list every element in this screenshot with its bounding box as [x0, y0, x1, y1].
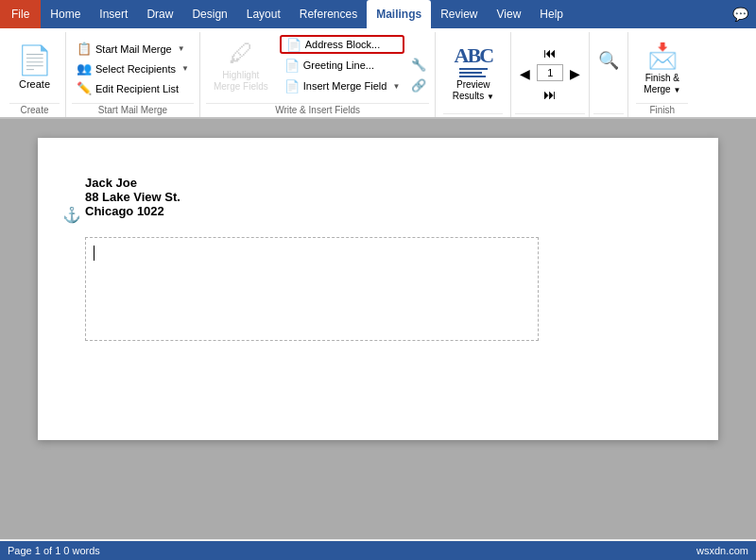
status-bar: Page 1 of 1 0 words wsxdn.com — [0, 541, 756, 560]
finish-merge-icon: 📩 — [647, 42, 678, 71]
record-number[interactable]: 1 — [537, 64, 563, 81]
tab-view[interactable]: View — [488, 0, 531, 28]
start-mail-merge-icon: 📋 — [77, 42, 92, 56]
comment-icon[interactable]: 💬 — [725, 0, 756, 28]
prev-record-button[interactable]: ◀ — [515, 64, 535, 83]
address-block-button[interactable]: 📄 Address Block... — [280, 35, 405, 54]
highlight-merge-fields-button[interactable]: 🖊 HighlightMerge Fields — [206, 36, 276, 94]
tab-draw[interactable]: Draw — [137, 0, 182, 28]
tab-design[interactable]: Design — [182, 0, 236, 28]
status-right: wsxdn.com — [696, 545, 748, 556]
document-area: ⚓ Jack Joe 88 Lake View St. Chicago 1022 — [0, 119, 756, 539]
insert-merge-chevron: ▼ — [392, 82, 400, 91]
select-recipients-icon: 👥 — [77, 61, 92, 76]
insert-merge-field-button[interactable]: 📄 Insert Merge Field ▼ — [280, 76, 405, 95]
group-write-insert-label: Write & Insert Fields — [206, 103, 429, 117]
address-city: Chicago 1022 — [85, 204, 671, 218]
next-record-button[interactable]: ▶ — [565, 64, 585, 83]
ribbon-tabs-bar: File Home Insert Draw Design Layout Refe… — [0, 0, 756, 28]
status-left: Page 1 of 1 0 words — [8, 545, 100, 556]
edit-recipient-list-button[interactable]: ✏️ Edit Recipient List — [72, 79, 194, 98]
anchor-icon: ⚓ — [62, 206, 81, 224]
greeting-text-box[interactable] — [85, 237, 539, 341]
group-find: 🔍 — [590, 32, 628, 117]
highlight-icon: 🖊 — [229, 39, 253, 68]
finish-merge-label: Finish &Merge ▼ — [644, 73, 680, 95]
tab-review[interactable]: Review — [431, 0, 487, 28]
select-recipients-button[interactable]: 👥 Select Recipients ▼ — [72, 59, 194, 78]
address-block-label: Address Block... — [305, 39, 380, 50]
rules-icon: 🔧 — [411, 58, 426, 72]
group-preview-label — [443, 113, 503, 117]
document-page: ⚓ Jack Joe 88 Lake View St. Chicago 1022 — [38, 138, 718, 440]
finish-merge-button[interactable]: 📩 Finish &Merge ▼ — [636, 40, 688, 98]
first-record-button[interactable]: ⏮ — [539, 43, 561, 62]
address-block-content: ⚓ Jack Joe 88 Lake View St. Chicago 1022 — [85, 176, 671, 218]
start-mail-merge-button[interactable]: 📋 Start Mail Merge ▼ — [72, 40, 194, 59]
tab-references[interactable]: References — [290, 0, 367, 28]
preview-results-icon: ABC — [455, 45, 492, 66]
greeting-line-button[interactable]: 📄 Greeting Line... — [280, 56, 405, 75]
ribbon-body: 📄 Create Create 📋 Start Mail Merge ▼ 👥 S… — [0, 28, 756, 119]
start-mail-merge-label: Start Mail Merge — [95, 43, 172, 55]
insert-merge-field-icon: 📄 — [284, 79, 300, 93]
tab-help[interactable]: Help — [530, 0, 573, 28]
group-create: 📄 Create Create — [4, 32, 66, 117]
match-fields-icon: 🔗 — [411, 78, 426, 93]
address-block-icon: 📄 — [286, 38, 301, 52]
tab-insert[interactable]: Insert — [90, 0, 137, 28]
tab-layout[interactable]: Layout — [237, 0, 290, 28]
highlight-label: HighlightMerge Fields — [214, 70, 268, 93]
edit-recipient-label: Edit Recipient List — [95, 83, 179, 94]
find-recipient-button[interactable]: 🔍 — [593, 47, 624, 96]
insert-merge-field-label: Insert Merge Field — [303, 80, 387, 92]
address-name: Jack Joe — [85, 176, 671, 190]
tab-home[interactable]: Home — [41, 0, 90, 28]
create-label: Create — [19, 78, 50, 90]
group-navigation: ⏮ ◀ 1 ▶ ⏭ — [511, 32, 590, 117]
address-street: 88 Lake View St. — [85, 190, 671, 204]
tab-file[interactable]: File — [0, 0, 41, 28]
greeting-line-label: Greeting Line... — [303, 59, 374, 71]
create-button[interactable]: 📄 Create — [9, 38, 60, 96]
greeting-line-icon: 📄 — [284, 59, 300, 73]
match-fields-button[interactable]: 🔗 — [408, 76, 429, 94]
group-create-label: Create — [9, 103, 60, 117]
group-start-mail-merge-label: Start Mail Merge — [72, 103, 194, 117]
group-start-mail-merge: 📋 Start Mail Merge ▼ 👥 Select Recipients… — [66, 32, 200, 117]
start-mail-merge-chevron: ▼ — [178, 44, 185, 53]
last-record-button[interactable]: ⏭ — [539, 85, 561, 104]
text-cursor — [94, 246, 94, 261]
group-finish: 📩 Finish &Merge ▼ Finish — [628, 32, 696, 117]
group-finish-label: Finish — [636, 103, 688, 117]
select-recipients-chevron: ▼ — [181, 64, 189, 73]
select-recipients-label: Select Recipients — [95, 63, 176, 75]
edit-recipient-icon: ✏️ — [77, 81, 92, 95]
group-preview-results: ABC PreviewResults ▼ — [436, 32, 511, 117]
preview-results-label: PreviewResults ▼ — [453, 79, 494, 102]
group-write-insert: 🖊 HighlightMerge Fields 📄 Address Block.… — [200, 32, 436, 117]
rules-button[interactable]: 🔧 — [408, 55, 429, 74]
preview-results-button[interactable]: ABC PreviewResults ▼ — [445, 44, 502, 103]
tab-mailings[interactable]: Mailings — [367, 0, 431, 28]
create-icon: 📄 — [17, 43, 52, 76]
preview-results-icon-lines — [459, 68, 488, 77]
